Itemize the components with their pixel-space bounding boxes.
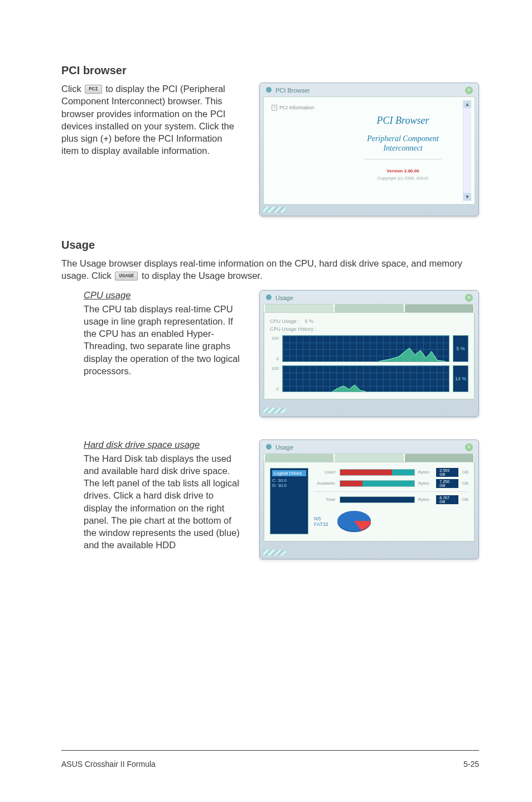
pci-paragraph: Click PCI to display the PCI (Peripheral… [61,83,240,157]
scrollbar[interactable]: ▲ ▼ [463,100,471,201]
footer-right: 5-25 [463,760,479,769]
pci-button-inline[interactable]: PCI [85,85,101,94]
tab-memory[interactable] [405,305,473,312]
resize-grip-icon[interactable] [263,408,286,413]
hdd-paragraph: The Hard Disk tab displays the used and … [84,452,240,552]
hdd-window-titlebar: Usage × [263,442,475,453]
page-footer: ASUS Crosshair II Formula 5-25 [61,756,479,769]
pci-tree-panel: + PCI Information [267,100,343,201]
cpu-history-label: CPU Usage History : [270,326,468,332]
hdd-total-chip: 8.767 GB [436,495,458,504]
footer-rule [61,750,479,751]
pci-sub-line2: Interconnect [383,144,422,152]
cpu-graph1-yaxis: 100 0 [270,336,279,361]
cpu-graph1-pct: 5 % [453,335,468,362]
hdd-used-bar [340,469,415,476]
cpu-window-titlebar: Usage × [263,293,475,304]
svg-point-1 [266,294,272,300]
hdd-pie-label2: FAT32 [314,521,328,527]
cpu-y-top2: 100 [270,366,279,371]
cpu-window-icon [265,294,272,302]
pci-para-post: to display the PCI (Peripheral Component… [61,84,234,156]
hdd-total-label: Total: [314,497,336,502]
tab-hdd[interactable] [335,305,403,312]
hdd-window-dots [263,542,475,548]
cpu-usage-window: Usage × CPU Usage : [259,290,479,417]
hdd-pie-label1: NS [314,516,328,521]
close-icon[interactable]: × [465,443,473,451]
cpu-y-bot: 0 [270,356,279,361]
hdd-used-label: Used: [314,470,336,475]
hdd-pie-chart: NS FAT32 [314,509,468,534]
pci-para-pre: Click [61,84,84,94]
hdd-drive-list: Logical Drives C: 30.0 D: 30.0 [270,468,308,534]
cpu-graph-1 [282,335,449,362]
pci-window-icon [265,86,272,94]
hdd-drive-item[interactable]: C: 30.0 [272,478,306,483]
tab-cpu[interactable] [265,305,333,312]
cpu-usage-value-line: CPU Usage : 5 % [270,318,468,324]
subhead-cpu-usage: CPU usage [84,290,240,301]
cpu-graph2-yaxis: 100 0 [270,366,279,392]
cpu-paragraph: The CPU tab displays real-time CPU usage… [84,303,240,378]
hdd-info-panel: Used: Bytes 2.593 GB GB [314,468,468,534]
tab-cpu[interactable] [265,454,333,462]
scroll-up-icon[interactable]: ▲ [463,100,471,108]
svg-point-2 [266,444,272,450]
hdd-avail-unit: Bytes [418,481,433,486]
pci-tree-label: PCI Information [279,105,315,110]
pci-browser-window: PCI Browser × + PCI Information [259,83,479,216]
tab-hdd[interactable] [335,454,403,462]
usage-tabs-hdd [264,454,475,462]
pci-window-title: PCI Browser [275,87,310,94]
hdd-window-title: Usage [275,444,293,451]
cpu-y-top: 100 [270,336,279,341]
hdd-avail-bar [340,480,415,487]
cpu-window-title: Usage [275,294,293,301]
hdd-row-total: Total: Bytes 8.767 GB GB [314,495,468,504]
heading-pci-browser: PCI browser [61,64,479,77]
heading-usage: Usage [61,239,479,252]
close-icon[interactable]: × [465,294,473,302]
usage-button-inline[interactable]: USAGE [115,272,138,281]
close-icon[interactable]: × [465,86,473,94]
pci-content-subtitle: Peripheral Component Interconnect [367,134,439,153]
footer-left: ASUS Crosshair II Formula [61,760,156,769]
hdd-total-bar [340,496,415,503]
subhead-hdd-usage: Hard disk drive space usage [84,439,240,450]
hdd-avail-label: Available: [314,481,336,486]
hdd-avail-chip: 7.250 GB [436,479,458,488]
pci-copyright: Copyright (c) 2006, ASUS [378,176,429,181]
cpu-usage-label: CPU Usage : [270,318,299,324]
hdd-used-chip: 2.593 GB [436,468,458,477]
tab-memory[interactable] [405,454,473,462]
cpu-y-bot2: 0 [270,386,279,392]
cpu-window-dots [263,400,475,405]
hdd-row-used: Used: Bytes 2.593 GB GB [314,468,468,477]
resize-grip-icon[interactable] [263,207,286,212]
scroll-down-icon[interactable]: ▼ [463,193,471,201]
svg-point-0 [266,87,272,93]
hdd-window-icon [265,443,272,451]
cpu-graph-2 [282,365,449,392]
cpu-graph2-pct: 14 % [453,365,468,392]
plus-icon[interactable]: + [272,105,277,110]
hdd-avail-unit2: GB [462,481,468,486]
resize-grip-icon[interactable] [263,550,286,555]
usage-intro-post: to display the Usage browser. [142,270,262,281]
usage-intro-paragraph: The Usage browser displays real-time inf… [61,257,474,282]
hdd-drive-header: Logical Drives [272,470,306,476]
pci-window-titlebar: PCI Browser × [263,85,475,96]
hdd-used-unit2: GB [462,470,468,475]
pci-version: Version 2.00.00 [387,168,419,173]
hdd-used-unit: Bytes [418,470,433,475]
hdd-total-unit: Bytes [418,497,433,502]
pci-tree-item[interactable]: + PCI Information [272,105,338,110]
pci-content-title: PCI Browser [377,115,429,127]
pci-info-panel: PCI Browser Peripheral Component Interco… [343,100,463,201]
hdd-total-unit2: GB [462,497,468,502]
hdd-row-available: Available: Bytes 7.250 GB GB [314,479,468,488]
pci-sub-line1: Peripheral Component [367,134,439,143]
hdd-usage-window: Usage × Logical Dri [259,439,479,559]
hdd-drive-item[interactable]: D: 30.0 [272,483,306,488]
